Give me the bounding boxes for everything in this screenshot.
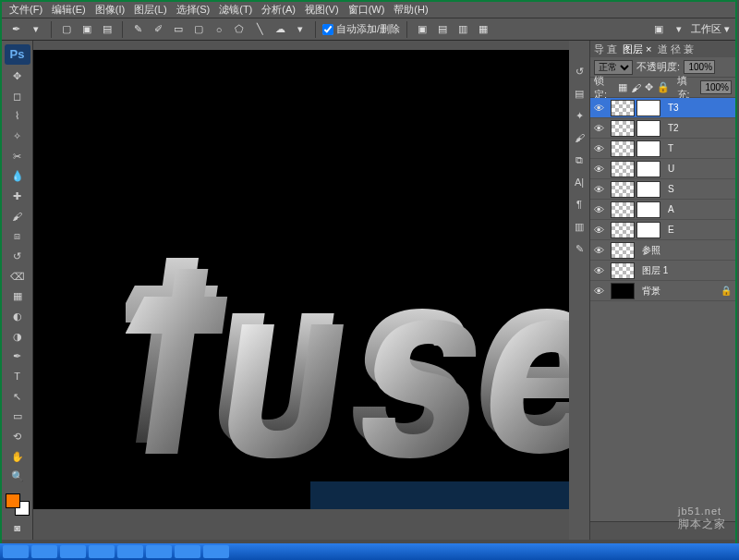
layer-thumbnail[interactable] <box>611 201 635 218</box>
clone-source-icon[interactable]: ⧉ <box>571 152 588 168</box>
dropdown-icon[interactable]: ▾ <box>671 21 687 38</box>
taskbar-item[interactable] <box>31 545 57 558</box>
auto-checkbox-input[interactable] <box>322 24 333 35</box>
layer-mask-thumbnail[interactable] <box>636 201 660 218</box>
character-panel-icon[interactable]: A| <box>571 174 588 190</box>
stamp-tool-icon[interactable]: ⧇ <box>7 227 28 245</box>
menu-layer[interactable]: 图层(L) <box>130 3 170 17</box>
shape-mode-icon[interactable]: ▣ <box>79 21 95 38</box>
visibility-icon[interactable]: 👁 <box>590 265 607 276</box>
auto-add-delete-checkbox[interactable]: 自动添加/删除 <box>322 22 400 36</box>
layer-row[interactable]: 👁A <box>590 200 735 220</box>
lock-trans-icon[interactable]: ▦ <box>618 81 627 93</box>
layer-row[interactable]: 👁参照 <box>590 240 735 261</box>
heal-tool-icon[interactable]: ✚ <box>7 188 28 205</box>
crop-tool-icon[interactable]: ✂ <box>7 148 28 165</box>
type-tool-icon[interactable]: T <box>7 368 28 385</box>
tab-layers[interactable]: 图层 × <box>623 43 651 56</box>
path-select-icon[interactable]: ↖ <box>7 388 28 406</box>
menu-edit[interactable]: 编辑(E) <box>48 3 90 17</box>
layer-name[interactable]: 参照 <box>638 244 732 257</box>
dodge-tool-icon[interactable]: ◑ <box>7 328 28 346</box>
visibility-icon[interactable]: 👁 <box>590 184 607 195</box>
layer-name[interactable]: T <box>664 143 732 153</box>
threed-tool-icon[interactable]: ⟲ <box>7 428 28 445</box>
taskbar-item[interactable] <box>146 545 172 558</box>
windows-taskbar[interactable] <box>0 543 739 560</box>
menu-window[interactable]: 窗口(W) <box>345 3 389 17</box>
visibility-icon[interactable]: 👁 <box>590 164 607 175</box>
layer-name[interactable]: S <box>664 184 732 194</box>
wand-tool-icon[interactable]: ✧ <box>7 128 28 145</box>
taskbar-item[interactable] <box>117 545 143 558</box>
polygon-icon[interactable]: ⬠ <box>231 21 248 38</box>
opacity-input[interactable] <box>684 60 715 74</box>
layer-thumbnail[interactable] <box>611 181 635 198</box>
layer-thumbnail[interactable] <box>611 140 635 157</box>
workspace-switcher[interactable]: 工作区 ▾ <box>691 22 730 36</box>
layer-thumbnail[interactable] <box>611 161 635 177</box>
layer-row[interactable]: 👁T2 <box>590 118 735 139</box>
layer-mask-thumbnail[interactable] <box>636 181 660 198</box>
move-tool-icon[interactable]: ✥ <box>7 67 28 85</box>
layer-thumbnail[interactable] <box>611 242 635 259</box>
dropdown-icon[interactable]: ▾ <box>292 21 309 38</box>
pathop-subtract-icon[interactable]: ▤ <box>434 21 451 38</box>
layer-row[interactable]: 👁图层 1 <box>590 261 735 281</box>
menu-view[interactable]: 视图(V) <box>301 3 343 17</box>
pathop-exclude-icon[interactable]: ▦ <box>475 21 491 38</box>
layer-thumbnail[interactable] <box>611 262 635 279</box>
rect-icon[interactable]: ▭ <box>170 21 187 38</box>
menu-filter[interactable]: 滤镜(T) <box>215 3 256 17</box>
lock-pos-icon[interactable]: ✥ <box>645 81 653 93</box>
paragraph-panel-icon[interactable]: ¶ <box>571 196 588 213</box>
pen-icon[interactable]: ✎ <box>129 21 146 38</box>
layercomps-icon[interactable]: ▥ <box>571 218 588 235</box>
layer-name[interactable]: 背景 <box>638 285 717 298</box>
document-canvas[interactable] <box>33 50 569 509</box>
dropdown-icon[interactable]: ▾ <box>28 21 44 38</box>
history-panel-icon[interactable]: ↺ <box>571 63 588 79</box>
pathop-combine-icon[interactable]: ▣ <box>414 21 430 38</box>
eyedropper-tool-icon[interactable]: 💧 <box>7 167 28 185</box>
visibility-icon[interactable]: 👁 <box>590 286 607 297</box>
hand-tool-icon[interactable]: ✋ <box>7 448 28 466</box>
pen-tool-icon[interactable]: ✒ <box>7 347 28 365</box>
zoom-tool-icon[interactable]: 🔍 <box>7 468 28 485</box>
shape-tool-icon[interactable]: ▭ <box>7 408 28 425</box>
taskbar-item[interactable] <box>60 545 86 558</box>
pathop-intersect-icon[interactable]: ▥ <box>454 21 471 38</box>
blend-mode-select[interactable]: 正常 <box>594 60 633 75</box>
blur-tool-icon[interactable]: ◐ <box>7 308 28 325</box>
tab-navigator[interactable]: 导 直 <box>594 43 617 56</box>
gradient-tool-icon[interactable]: ▦ <box>7 287 28 305</box>
menu-image[interactable]: 图像(I) <box>91 3 128 17</box>
line-icon[interactable]: ╲ <box>251 21 268 38</box>
marquee-tool-icon[interactable]: ◻ <box>7 88 28 105</box>
layer-row[interactable]: 👁T <box>590 139 735 159</box>
menu-analysis[interactable]: 分析(A) <box>258 3 299 17</box>
screen-mode-icon[interactable]: ▣ <box>650 21 667 38</box>
actions-panel-icon[interactable]: ▤ <box>571 85 588 102</box>
layer-mask-thumbnail[interactable] <box>636 100 660 116</box>
layer-row[interactable]: 👁T3 <box>590 98 735 118</box>
visibility-icon[interactable]: 👁 <box>590 103 607 114</box>
fill-input[interactable] <box>700 80 732 94</box>
taskbar-item[interactable] <box>203 545 229 558</box>
layer-row[interactable]: 👁S <box>590 179 735 200</box>
quickmask-icon[interactable]: ◙ <box>7 518 28 536</box>
layer-name[interactable]: 图层 1 <box>638 264 732 277</box>
layer-mask-thumbnail[interactable] <box>636 161 660 177</box>
layer-thumbnail[interactable] <box>611 283 635 299</box>
layer-name[interactable]: T3 <box>664 103 732 113</box>
menu-help[interactable]: 帮助(H) <box>390 3 431 17</box>
custom-shape-icon[interactable]: ☁ <box>272 21 288 38</box>
tab-channels[interactable]: 道 径 蓑 <box>658 43 694 56</box>
color-swatch[interactable] <box>6 493 30 516</box>
layer-row[interactable]: 👁背景🔒 <box>590 281 735 301</box>
layer-name[interactable]: U <box>664 164 732 174</box>
ellipse-icon[interactable]: ○ <box>211 21 227 38</box>
tool-presets-icon[interactable]: ✦ <box>571 107 588 124</box>
history-brush-icon[interactable]: ↺ <box>7 248 28 265</box>
rrect-icon[interactable]: ▢ <box>190 21 207 38</box>
